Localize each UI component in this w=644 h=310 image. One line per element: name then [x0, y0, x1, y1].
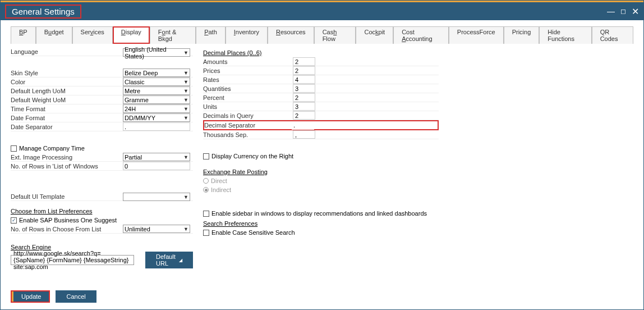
decimal-separator-label: Decimal Separator	[204, 122, 292, 129]
tab-hide-functions[interactable]: Hide Functions	[539, 26, 591, 44]
thousands-sep-input[interactable]: ,	[293, 130, 315, 139]
close-icon[interactable]: ✕	[632, 6, 639, 17]
amounts-input[interactable]: 2	[293, 57, 315, 66]
left-column: Language English (United States)▼ Skin S…	[11, 47, 193, 268]
language-label: Language	[11, 48, 123, 55]
default-weight-uom-label: Default Weight UoM	[11, 97, 123, 103]
erp-direct-radio[interactable]: Direct	[203, 177, 227, 184]
decimal-places-header: Decimal Places (0..6)	[203, 49, 439, 56]
tab-path[interactable]: Path	[196, 26, 226, 44]
date-separator-label: Date Separator	[11, 124, 123, 130]
decimals-query-input[interactable]: 2	[293, 111, 315, 120]
enable-suggest-checkbox[interactable]: ✓Enable SAP Business One Suggest	[11, 217, 117, 224]
date-separator-input[interactable]: .	[123, 122, 190, 131]
prices-input[interactable]: 2	[293, 66, 315, 75]
thousands-sep-label: Thousands Sep.	[203, 131, 293, 138]
amounts-label: Amounts	[203, 58, 293, 65]
tab-budget[interactable]: Budget	[36, 26, 72, 44]
decimals-query-label: Decimals in Query	[203, 112, 293, 119]
content-area: BP Budget Services Display Font & Bkgd P…	[1, 20, 643, 309]
cancel-button[interactable]: Cancel	[56, 290, 96, 303]
cfl-rows-select[interactable]: Unlimited▼	[123, 225, 190, 233]
case-sensitive-search-checkbox[interactable]: Enable Case Sensitive Search	[203, 229, 295, 236]
right-column: Decimal Places (0..6) Amounts2 Prices2 R…	[203, 47, 439, 268]
units-label: Units	[203, 103, 293, 110]
titlebar: General Settings — ◻ ✕	[1, 2, 643, 20]
maximize-icon[interactable]: ◻	[620, 7, 626, 15]
tab-bp[interactable]: BP	[11, 26, 36, 44]
color-select[interactable]: Classic▼	[123, 78, 190, 86]
default-ui-template-label: Default UI Template	[11, 193, 123, 200]
tab-processforce[interactable]: ProcessForce	[449, 26, 504, 44]
exchange-rate-posting-header: Exchange Rate Posting	[203, 168, 439, 175]
chevron-down-icon: ▼	[183, 50, 188, 56]
default-url-button[interactable]: Default URL ◢	[145, 252, 193, 268]
ext-image-processing-select[interactable]: Partial▼	[123, 153, 190, 161]
tab-qr-codes[interactable]: QR Codes	[592, 26, 633, 44]
quantities-label: Quantities	[203, 85, 293, 92]
default-ui-template-select[interactable]: ▼	[123, 193, 190, 201]
units-input[interactable]: 3	[293, 102, 315, 111]
percent-label: Percent	[203, 94, 293, 101]
tab-cash-flow[interactable]: Cash Flow	[314, 26, 356, 44]
cfl-rows-label: No. of Rows in Choose From List	[11, 226, 123, 233]
time-format-select[interactable]: 24H▼	[123, 104, 190, 113]
minimize-icon[interactable]: —	[607, 7, 615, 16]
general-settings-window: General Settings — ◻ ✕ BP Budget Service…	[0, 0, 644, 310]
prices-label: Prices	[203, 67, 293, 74]
skin-style-select[interactable]: Belize Deep▼	[123, 69, 190, 77]
tab-strip: BP Budget Services Display Font & Bkgd P…	[11, 26, 633, 44]
date-format-select[interactable]: DD/MM/YY▼	[123, 113, 190, 122]
display-currency-right-checkbox[interactable]: Display Currency on the Right	[203, 153, 293, 159]
tab-resources[interactable]: Resources	[268, 26, 314, 44]
tab-inventory[interactable]: Inventory	[226, 26, 268, 44]
window-title: General Settings	[5, 4, 81, 19]
manage-company-time-checkbox[interactable]: Manage Company Time	[11, 145, 85, 152]
time-format-label: Time Format	[11, 106, 123, 112]
date-format-label: Date Format	[11, 115, 123, 121]
ext-image-processing-label: Ext. Image Processing	[11, 154, 123, 161]
tab-cockpit[interactable]: Cockpit	[356, 26, 393, 44]
rates-label: Rates	[203, 76, 293, 83]
tab-pricing[interactable]: Pricing	[504, 26, 540, 44]
footer-buttons: Update Cancel	[11, 290, 96, 303]
default-length-uom-select[interactable]: Metre▼	[123, 86, 190, 95]
default-weight-uom-select[interactable]: Gramme▼	[123, 95, 190, 104]
choose-from-list-header: Choose from List Preferences	[11, 208, 193, 215]
search-preferences-header: Search Preferences	[203, 220, 439, 227]
percent-input[interactable]: 2	[293, 93, 315, 102]
search-engine-input[interactable]: http://www.google.sk/search?q={SapName} …	[11, 255, 134, 265]
rates-input[interactable]: 4	[293, 75, 315, 84]
update-button[interactable]: Update	[11, 290, 50, 303]
skin-style-label: Skin Style	[11, 70, 123, 76]
listof-rows-label: No. of Rows in 'List of' Windows	[11, 163, 123, 170]
color-label: Color	[11, 79, 123, 85]
quantities-input[interactable]: 3	[293, 84, 315, 93]
erp-indirect-radio[interactable]: Indirect	[203, 186, 231, 193]
default-length-uom-label: Default Length UoM	[11, 88, 123, 94]
tab-cost-accounting[interactable]: Cost Accounting	[393, 26, 449, 44]
enable-sidebar-checkbox[interactable]: Enable sidebar in windows to display rec…	[203, 210, 427, 217]
listof-rows-input[interactable]: 0	[123, 162, 190, 170]
tab-services[interactable]: Services	[72, 26, 113, 44]
tab-display[interactable]: Display	[113, 26, 150, 44]
decimal-separator-input[interactable]: .	[292, 121, 314, 130]
language-select[interactable]: English (United States)▼	[123, 48, 190, 57]
decimal-separator-row-highlight: Decimal Separator.	[203, 120, 439, 130]
tab-font-bkgd[interactable]: Font & Bkgd	[150, 26, 196, 44]
